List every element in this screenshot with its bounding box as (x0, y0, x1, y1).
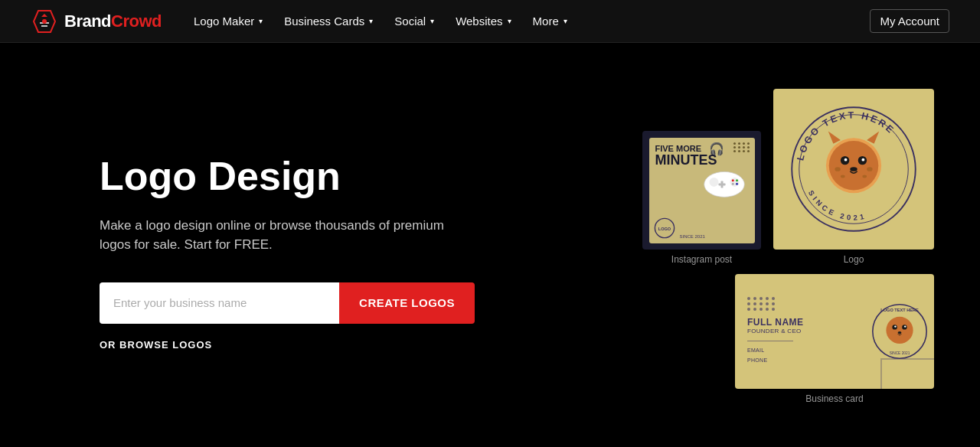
svg-point-26 (850, 167, 858, 171)
social-chevron-icon: ▾ (430, 0, 434, 43)
business-name-input[interactable] (100, 282, 339, 324)
svg-point-36 (904, 325, 906, 327)
svg-rect-6 (718, 183, 725, 185)
browse-logos-link[interactable]: OR BROWSE LOGOS (100, 339, 521, 351)
logo-maker-chevron-icon: ▾ (259, 0, 263, 43)
logo-card-svg: LOGO TEXT HERE SINCE 2021 (781, 96, 926, 242)
search-row: CREATE LOGOS (100, 282, 475, 324)
navbar: BrandCrowd Logo Maker ▾ Business Cards ▾… (0, 0, 980, 43)
svg-point-27 (835, 167, 841, 171)
create-logos-button[interactable]: CREATE LOGOS (339, 282, 475, 324)
hero-section: Logo Design Make a logo design online or… (0, 43, 980, 447)
svg-point-25 (861, 158, 864, 162)
svg-point-19 (829, 141, 879, 191)
more-chevron-icon: ▾ (564, 0, 567, 43)
svg-point-30 (862, 175, 867, 178)
hero-left: Logo Design Make a logo design online or… (0, 43, 521, 447)
biz-divider (747, 341, 793, 341)
brand-logo[interactable]: BrandCrowd (31, 8, 162, 35)
brand-name: BrandCrowd (64, 11, 162, 31)
nav-social[interactable]: Social ▾ (384, 0, 445, 43)
svg-text:LOGO TEXT HERE: LOGO TEXT HERE (880, 308, 919, 312)
nav-business-cards[interactable]: Business Cards ▾ (273, 0, 384, 43)
business-card-label: Business card (805, 393, 863, 404)
svg-point-32 (886, 317, 913, 344)
biz-job-title: FOUNDER & CEO (747, 328, 853, 334)
svg-point-1 (42, 19, 47, 24)
svg-text:SINCE 2021: SINCE 2021 (890, 351, 910, 355)
logo-card-wrap: LOGO TEXT HERE SINCE 2021 (773, 89, 934, 265)
svg-point-7 (731, 179, 733, 181)
my-account-button[interactable]: My Account (870, 9, 949, 33)
instagram-card-label: Instagram post (671, 254, 732, 265)
svg-point-37 (898, 331, 902, 334)
nav-right: My Account (870, 9, 949, 33)
svg-point-3 (709, 177, 718, 186)
biz-diagonal (880, 358, 934, 389)
svg-text:LOGO: LOGO (658, 226, 671, 230)
hero-right-cards: 🎧 FIVE MORE MINUTES (521, 43, 980, 447)
insta-logo-icon: LOGO (654, 217, 675, 239)
cards-top-row: 🎧 FIVE MORE MINUTES (642, 89, 934, 265)
svg-point-28 (867, 167, 873, 171)
insta-dots (733, 142, 750, 152)
websites-chevron-icon: ▾ (508, 0, 511, 43)
logo-card: LOGO TEXT HERE SINCE 2021 (773, 89, 934, 250)
svg-point-35 (894, 325, 896, 327)
svg-point-8 (736, 179, 738, 181)
insta-since-text: SINCE 2021 (680, 234, 705, 239)
svg-point-9 (731, 182, 733, 184)
svg-point-24 (844, 158, 848, 162)
biz-dots (747, 297, 853, 311)
svg-point-4 (730, 177, 739, 186)
nav-websites[interactable]: Websites ▾ (445, 0, 521, 43)
hero-title: Logo Design (100, 155, 521, 198)
business-cards-chevron-icon: ▾ (369, 0, 373, 43)
hero-subtitle: Make a logo design online or browse thou… (100, 216, 467, 255)
insta-text-block: FIVE MORE MINUTES (655, 144, 717, 167)
instagram-card: 🎧 FIVE MORE MINUTES (642, 131, 761, 250)
nav-logo-maker[interactable]: Logo Maker ▾ (183, 0, 273, 43)
gamepad-icon (701, 165, 747, 199)
business-card-wrap: FULL NAME FOUNDER & CEO EMAILPHONE (735, 274, 934, 404)
svg-point-29 (841, 175, 845, 178)
cards-bottom-row: FULL NAME FOUNDER & CEO EMAILPHONE (735, 274, 934, 404)
biz-full-name: FULL NAME (747, 317, 853, 328)
brand-logo-icon (31, 8, 58, 35)
nav-links: Logo Maker ▾ Business Cards ▾ Social ▾ W… (183, 0, 578, 43)
biz-contact-info: EMAILPHONE (747, 346, 853, 365)
svg-point-10 (736, 182, 738, 184)
instagram-card-wrap: 🎧 FIVE MORE MINUTES (642, 131, 761, 265)
nav-more[interactable]: More ▾ (522, 0, 578, 43)
logo-card-label: Logo (844, 254, 864, 265)
business-card: FULL NAME FOUNDER & CEO EMAILPHONE (735, 274, 934, 389)
biz-logo-icon: LOGO TEXT HERE SINCE 2021 (869, 301, 930, 362)
